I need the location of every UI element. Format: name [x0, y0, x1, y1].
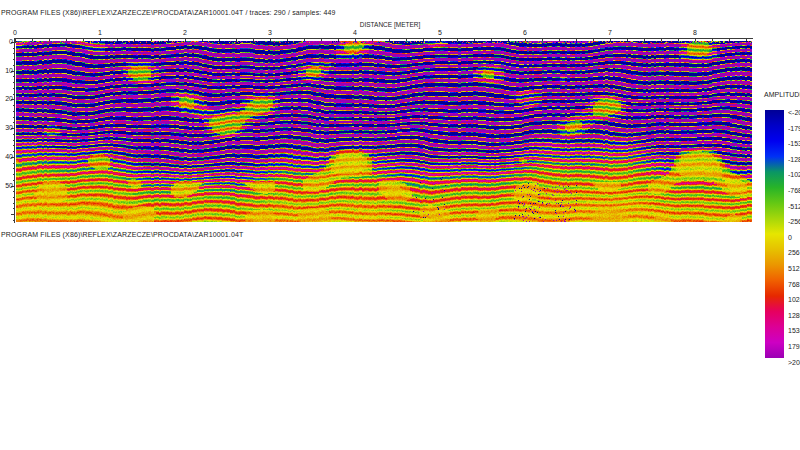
colorbar-tick-label: -1536: [788, 140, 800, 147]
colorbar-tick-label: 1536: [788, 327, 800, 334]
y-axis-minor-tick: [13, 105, 15, 106]
x-axis-tick-label: 7: [608, 29, 612, 36]
y-axis-minor-tick: [13, 191, 15, 192]
colorbar-gradient: [765, 110, 784, 358]
colorbar-tick-label: -1792: [788, 125, 800, 132]
y-axis-minor-tick: [13, 220, 15, 221]
y-axis-major-tick: [11, 214, 15, 215]
colorbar-tick-label: -512: [788, 203, 800, 210]
colorbar-title: AMPLITUDE: [764, 91, 800, 98]
y-axis-minor-tick: [13, 82, 15, 83]
x-axis-tick-label: 8: [693, 29, 697, 36]
y-axis-minor-tick: [13, 48, 15, 49]
y-axis-minor-tick: [13, 76, 15, 77]
colorbar-tick-label: 1792: [788, 343, 800, 350]
y-axis-minor-tick: [13, 203, 15, 204]
y-axis-minor-tick: [13, 88, 15, 89]
file-path-footer: PROGRAM FILES (X86)\REFLEX\ZARZECZE\PROC…: [1, 230, 243, 239]
y-axis-minor-tick: [13, 111, 15, 112]
colorbar-tick-label: 512: [788, 265, 800, 272]
x-axis: 012345678: [15, 38, 753, 39]
colorbar-tick-label: -768: [788, 187, 800, 194]
x-axis-tick-label: 1: [98, 29, 102, 36]
y-axis-tick-label: 10: [2, 67, 13, 74]
y-axis-minor-tick: [13, 122, 15, 123]
colorbar-tick-label: 1280: [788, 312, 800, 319]
y-axis-tick-label: 0: [2, 38, 13, 45]
y-axis-minor-tick: [13, 94, 15, 95]
colorbar-tick-label: >2048: [788, 359, 800, 366]
y-axis-minor-tick: [13, 134, 15, 135]
colorbar-tick-label: -1280: [788, 156, 800, 163]
x-axis-tick-label: 2: [183, 29, 187, 36]
colorbar-tick-label: 0: [788, 234, 800, 241]
y-axis-minor-tick: [13, 168, 15, 169]
y-axis-tick-label: 40: [2, 153, 13, 160]
y-axis-minor-tick: [13, 59, 15, 60]
colorbar-tick-label: 768: [788, 281, 800, 288]
y-axis-minor-tick: [13, 180, 15, 181]
y-axis-minor-tick: [13, 117, 15, 118]
file-info-header: PROGRAM FILES (X86)\REFLEX\ZARZECZE\PROC…: [1, 8, 336, 17]
colorbar-tick-label: 1024: [788, 296, 800, 303]
y-axis-minor-tick: [13, 65, 15, 66]
radargram-canvas[interactable]: [16, 41, 752, 222]
y-axis-tick-label: 20: [2, 95, 13, 102]
x-axis-tick-label: 4: [353, 29, 357, 36]
x-axis-tick-label: 6: [523, 29, 527, 36]
x-axis-tick-label: 5: [438, 29, 442, 36]
colorbar-tick-label: 256: [788, 249, 800, 256]
x-axis-tick-label: 3: [268, 29, 272, 36]
reflexw-screen: PROGRAM FILES (X86)\REFLEX\ZARZECZE\PROC…: [0, 0, 800, 450]
y-axis-minor-tick: [13, 197, 15, 198]
y-axis-minor-tick: [13, 140, 15, 141]
y-axis-minor-tick: [13, 151, 15, 152]
colorbar-tick-label: <-2048: [788, 109, 800, 116]
x-axis-tick-label: 0: [13, 29, 17, 36]
colorbar-tick-label: -256: [788, 218, 800, 225]
y-axis-minor-tick: [13, 145, 15, 146]
y-axis-minor-tick: [13, 208, 15, 209]
x-axis-title: DISTANCE [METER]: [300, 21, 480, 28]
y-axis-minor-tick: [13, 174, 15, 175]
y-axis-minor-tick: [13, 163, 15, 164]
y-axis-tick-label: 30: [2, 124, 13, 131]
y-axis-tick-label: 50: [2, 182, 13, 189]
colorbar-tick-label: -1024: [788, 171, 800, 178]
y-axis: 01020304050: [14, 38, 15, 223]
y-axis-minor-tick: [13, 53, 15, 54]
